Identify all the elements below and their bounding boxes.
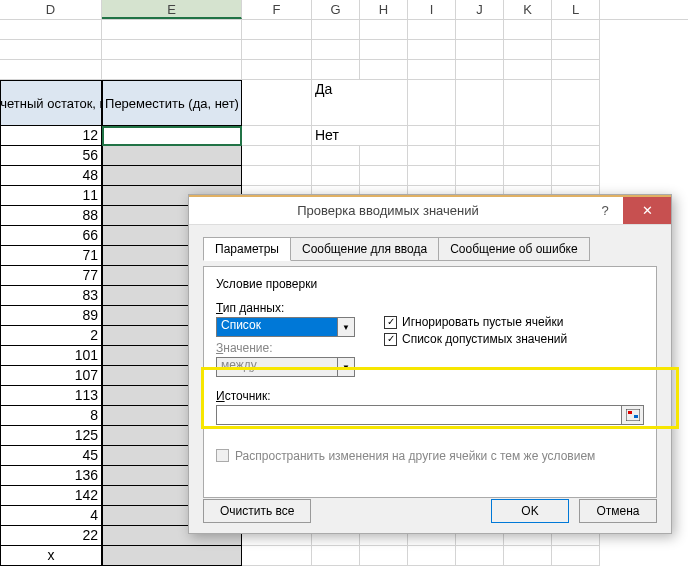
selected-cell[interactable] xyxy=(102,126,242,146)
tab-panel-parameters: Условие проверки Тип данных: Список ▼ Зн… xyxy=(203,266,657,498)
cell-D[interactable]: 56 xyxy=(0,146,102,166)
cell-D[interactable]: 2 xyxy=(0,326,102,346)
list-values-label: Список допустимых значений xyxy=(402,332,567,346)
col-header-E[interactable]: E xyxy=(102,0,242,19)
chevron-down-icon[interactable]: ▼ xyxy=(338,317,355,337)
checkbox-icon xyxy=(384,316,397,329)
dialog-tabs: Параметры Сообщение для ввода Сообщение … xyxy=(203,237,657,261)
cell-D[interactable]: 142 xyxy=(0,486,102,506)
svg-rect-1 xyxy=(628,411,632,414)
cell-E[interactable] xyxy=(102,166,242,186)
table-row: 12 Нет xyxy=(0,126,688,146)
cell-D[interactable]: 71 xyxy=(0,246,102,266)
checkbox-icon xyxy=(216,449,229,462)
cell-E[interactable] xyxy=(102,546,242,566)
dialog-titlebar[interactable]: Проверка вводимых значений ? ✕ xyxy=(189,195,671,225)
value-combo: между ▼ xyxy=(216,357,366,377)
value-value: между xyxy=(216,357,338,377)
list-values-checkbox[interactable]: Список допустимых значений xyxy=(384,332,567,346)
close-button[interactable]: ✕ xyxy=(623,197,671,224)
propagate-label: Распространить изменения на другие ячейк… xyxy=(235,449,595,463)
svg-rect-2 xyxy=(634,415,638,418)
cell-D[interactable]: 12 xyxy=(0,126,102,146)
help-button[interactable]: ? xyxy=(587,197,623,224)
ok-button[interactable]: OK xyxy=(491,499,569,523)
cell-D[interactable]: 113 xyxy=(0,386,102,406)
cell-D[interactable]: 48 xyxy=(0,166,102,186)
data-validation-dialog: Проверка вводимых значений ? ✕ Параметры… xyxy=(188,194,672,534)
cell-D[interactable]: 11 xyxy=(0,186,102,206)
col-header-H[interactable]: H xyxy=(360,0,408,19)
tab-input-message[interactable]: Сообщение для ввода xyxy=(290,237,439,261)
range-picker-icon xyxy=(626,409,640,421)
value-label: Значение: xyxy=(216,341,366,355)
cancel-button[interactable]: Отмена xyxy=(579,499,657,523)
tab-error-message[interactable]: Сообщение об ошибке xyxy=(438,237,589,261)
col-header-F[interactable]: F xyxy=(242,0,312,19)
table-header-E[interactable]: Переместить (да, нет) xyxy=(102,80,242,126)
close-icon: ✕ xyxy=(642,203,653,218)
cell-D[interactable]: 83 xyxy=(0,286,102,306)
ignore-blank-checkbox[interactable]: Игнорировать пустые ячейки xyxy=(384,315,567,329)
type-label: Тип данных: xyxy=(216,301,366,315)
cell-D[interactable]: 88 xyxy=(0,206,102,226)
cell[interactable]: Да xyxy=(312,80,360,126)
source-label: Источник: xyxy=(216,389,644,403)
ignore-blank-label: Игнорировать пустые ячейки xyxy=(402,315,563,329)
cell-D[interactable]: 101 xyxy=(0,346,102,366)
cell-D[interactable]: 66 xyxy=(0,226,102,246)
col-header-J[interactable]: J xyxy=(456,0,504,19)
table-header-D[interactable]: Учетный остаток, кг xyxy=(0,80,102,126)
cell-D[interactable]: x xyxy=(0,546,102,566)
validation-group-label: Условие проверки xyxy=(216,277,644,291)
chevron-down-icon: ▼ xyxy=(338,357,355,377)
cell[interactable] xyxy=(242,80,312,126)
cell-D[interactable]: 125 xyxy=(0,426,102,446)
type-value: Список xyxy=(216,317,338,337)
cell-D[interactable]: 8 xyxy=(0,406,102,426)
cell-D[interactable]: 22 xyxy=(0,526,102,546)
col-header-G[interactable]: G xyxy=(312,0,360,19)
cell-D[interactable]: 89 xyxy=(0,306,102,326)
source-input[interactable] xyxy=(216,405,622,425)
cell-D[interactable]: 136 xyxy=(0,466,102,486)
cell-D[interactable]: 77 xyxy=(0,266,102,286)
column-headers: D E F G H I J K L xyxy=(0,0,688,20)
cell-E[interactable] xyxy=(102,146,242,166)
cell-D[interactable]: 45 xyxy=(0,446,102,466)
col-header-L[interactable]: L xyxy=(552,0,600,19)
col-header-D[interactable]: D xyxy=(0,0,102,19)
cell[interactable]: Нет xyxy=(312,126,360,146)
col-header-I[interactable]: I xyxy=(408,0,456,19)
range-picker-button[interactable] xyxy=(622,405,644,425)
cell-D[interactable]: 107 xyxy=(0,366,102,386)
cell-D[interactable]: 4 xyxy=(0,506,102,526)
tab-parameters[interactable]: Параметры xyxy=(203,237,291,261)
propagate-checkbox: Распространить изменения на другие ячейк… xyxy=(216,449,644,463)
type-combo[interactable]: Список ▼ xyxy=(216,317,366,337)
clear-all-button[interactable]: Очистить все xyxy=(203,499,311,523)
checkbox-icon xyxy=(384,333,397,346)
table-header-row: Учетный остаток, кг Переместить (да, нет… xyxy=(0,80,688,126)
col-header-K[interactable]: K xyxy=(504,0,552,19)
dialog-title: Проверка вводимых значений xyxy=(189,203,587,218)
